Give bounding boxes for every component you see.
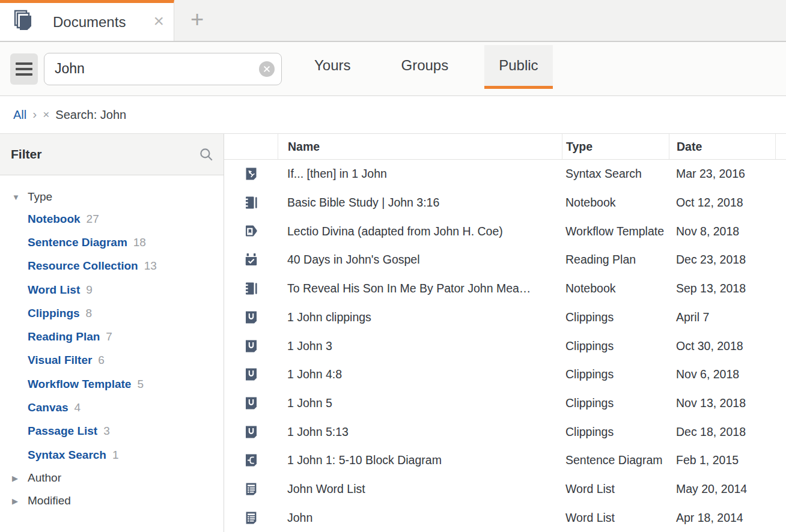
menu-button[interactable] [10, 53, 38, 85]
type-filter-item[interactable]: Reading Plan 7 [0, 325, 224, 348]
type-filter-link[interactable]: Syntax Search [28, 449, 106, 462]
breadcrumb: All › × Search: John [0, 96, 786, 133]
clear-search-icon[interactable] [259, 61, 275, 77]
name-column-header[interactable]: Name [278, 134, 562, 159]
document-type: Clippings [562, 367, 669, 381]
document-row[interactable]: 1 John 3 Clippings Oct 30, 2018 [224, 331, 786, 360]
document-row[interactable]: 1 John clippings Clippings April 7 [224, 303, 786, 332]
document-row[interactable]: To Reveal His Son In Me By Pator John Me… [224, 274, 786, 303]
clippings-icon [244, 367, 258, 382]
remove-filter-icon[interactable]: × [43, 108, 49, 121]
clippings-icon [244, 339, 258, 354]
date-column-header[interactable]: Date [669, 134, 775, 159]
sentence-diagram-icon [244, 453, 258, 468]
document-type: Clippings [562, 310, 669, 324]
type-filter-link[interactable]: Word List [28, 283, 80, 297]
document-name: John Word List [278, 482, 562, 496]
type-filter-link[interactable]: Sentence Diagram [28, 236, 127, 249]
type-filter-item[interactable]: Passage List 3 [0, 420, 224, 443]
type-filter-count: 27 [87, 213, 99, 226]
breadcrumb-all-link[interactable]: All [13, 108, 26, 122]
document-row[interactable]: 1 John 5 Clippings Nov 13, 2018 [224, 389, 786, 418]
filter-header: Filter [0, 134, 224, 175]
triangle-right-icon: ▶ [12, 497, 28, 506]
type-filter-item[interactable]: Sentence Diagram 18 [0, 231, 224, 254]
document-type: Clippings [562, 339, 669, 353]
filter-section-type[interactable]: ▼ Type [0, 187, 224, 207]
clippings-icon [244, 396, 258, 411]
type-filter-link[interactable]: Canvas [28, 401, 69, 414]
type-filter-link[interactable]: Passage List [28, 425, 97, 438]
document-name: If... [then] in 1 John [278, 167, 562, 181]
documents-tab[interactable]: Documents × [0, 0, 174, 41]
new-tab-button[interactable]: + [174, 0, 220, 41]
document-row[interactable]: John Word List Apr 18, 2014 [224, 503, 786, 532]
document-name: 1 John 5:13 [278, 425, 562, 439]
document-row[interactable]: Lectio Divina (adapted from John H. Coe)… [224, 217, 786, 246]
triangle-right-icon: ▶ [12, 474, 28, 483]
triangle-down-icon: ▼ [12, 193, 28, 202]
type-filter-count: 1 [112, 449, 119, 462]
end-column-header [775, 134, 786, 159]
document-row[interactable]: 1 John 4:8 Clippings Nov 6, 2018 [224, 360, 786, 389]
type-filter-count: 9 [86, 283, 93, 297]
document-name: 1 John 3 [278, 339, 562, 353]
document-row[interactable]: 1 John 1: 5-10 Block Diagram Sentence Di… [224, 446, 786, 475]
type-filter-link[interactable]: Workflow Template [28, 378, 131, 391]
document-name: To Reveal His Son In Me By Pator John Me… [278, 282, 562, 295]
type-filter-item[interactable]: Syntax Search 1 [0, 443, 224, 467]
filter-body: ▼ Type Notebook 27 Sentence Diagram 18 [0, 175, 224, 512]
document-row[interactable]: 40 Days in John's Gospel Reading Plan De… [224, 246, 786, 274]
document-type: Syntax Search [562, 167, 669, 181]
filter-search-icon[interactable] [198, 147, 215, 162]
document-type: Reading Plan [562, 253, 669, 267]
document-name: 1 John 1: 5-10 Block Diagram [278, 453, 562, 467]
type-filter-link[interactable]: Reading Plan [28, 330, 100, 343]
close-tab-icon[interactable]: × [148, 12, 174, 32]
type-filter-count: 3 [103, 425, 110, 438]
type-filter-link[interactable]: Notebook [28, 213, 81, 226]
document-date: Dec 18, 2018 [669, 425, 775, 439]
tab-yours[interactable]: Yours [300, 45, 365, 89]
document-date: May 20, 2014 [669, 482, 775, 496]
type-filter-item[interactable]: Clippings 8 [0, 301, 224, 325]
type-filter-item[interactable]: Resource Collection 13 [0, 255, 224, 278]
content: Filter ▼ Type Notebook 27 [0, 133, 786, 532]
document-name: 40 Days in John's Gospel [278, 253, 562, 267]
type-filter-item[interactable]: Word List 9 [0, 278, 224, 301]
type-filter-item[interactable]: Canvas 4 [0, 396, 224, 419]
type-column-header[interactable]: Type [562, 134, 669, 159]
document-type: Workflow Template [562, 225, 669, 238]
document-name: John [278, 511, 562, 525]
filter-section-author[interactable]: ▶ Author [0, 467, 224, 489]
tab-title: Documents [53, 14, 148, 31]
type-filter-link[interactable]: Visual Filter [28, 354, 92, 367]
type-filter-count: 5 [137, 378, 144, 391]
type-filter-link[interactable]: Resource Collection [28, 259, 138, 273]
tab-public[interactable]: Public [484, 45, 552, 89]
document-date: Feb 1, 2015 [669, 453, 775, 467]
search-input[interactable] [44, 53, 282, 85]
document-row[interactable]: Basic Bible Study | John 3:16 Notebook O… [224, 189, 786, 217]
type-filter-link[interactable]: Clippings [28, 307, 80, 320]
document-row[interactable]: If... [then] in 1 John Syntax Search Mar… [224, 160, 786, 189]
type-filter-item[interactable]: Notebook 27 [0, 207, 224, 231]
document-date: Oct 30, 2018 [669, 339, 775, 353]
document-row[interactable]: John Word List Word List May 20, 2014 [224, 475, 786, 504]
type-filter-item[interactable]: Visual Filter 6 [0, 349, 224, 372]
filter-section-modified[interactable]: ▶ Modified [0, 489, 224, 512]
toolbar: Yours Groups Public [0, 42, 786, 96]
table-header: Name Type Date [224, 134, 786, 160]
type-filter-item[interactable]: Workflow Template 5 [0, 372, 224, 396]
document-row[interactable]: 1 John 5:13 Clippings Dec 18, 2018 [224, 417, 786, 446]
document-date: Nov 13, 2018 [669, 396, 775, 410]
document-date: Sep 13, 2018 [669, 282, 775, 295]
document-date: Mar 23, 2016 [669, 167, 775, 181]
documents-table: Name Type Date If... [then] in 1 John Sy… [224, 134, 786, 532]
tab-groups[interactable]: Groups [387, 45, 463, 89]
type-filter-count: 6 [98, 354, 105, 367]
document-name: 1 John 5 [278, 396, 562, 410]
document-date: April 7 [669, 310, 775, 324]
document-type: Word List [562, 511, 669, 525]
icon-column-header [224, 134, 278, 159]
